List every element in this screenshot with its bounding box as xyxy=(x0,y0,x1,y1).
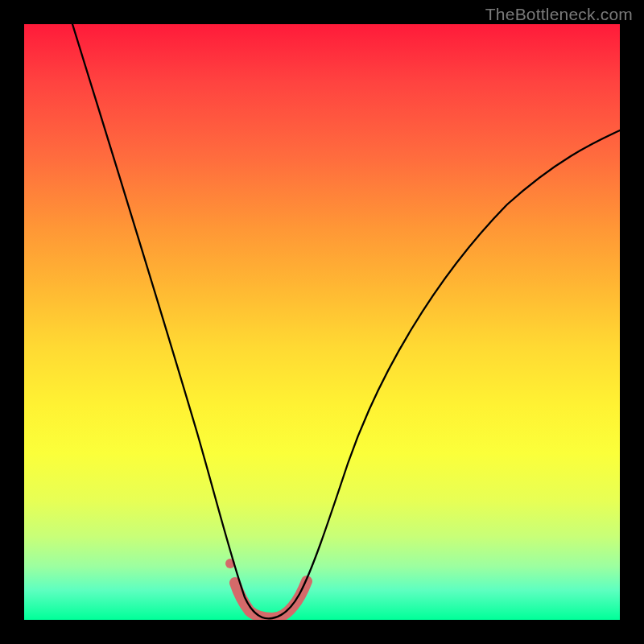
bottleneck-curve xyxy=(72,24,620,618)
watermark-text: TheBottleneck.com xyxy=(485,5,633,24)
bottleneck-plot xyxy=(24,24,620,620)
chart-area xyxy=(24,24,620,620)
